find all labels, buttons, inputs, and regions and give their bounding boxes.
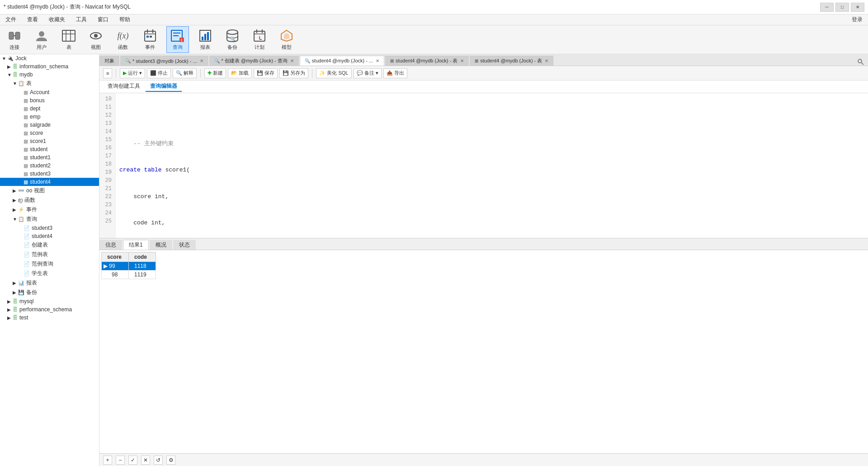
refresh-button[interactable]: ↺ (154, 456, 163, 465)
tab-student4-table2[interactable]: ⊞ student4 @mydb (Jock) - 表 ✕ (470, 56, 553, 66)
menu-file[interactable]: 文件 (4, 15, 18, 24)
toolbar-event[interactable]: 事件 (139, 27, 161, 52)
toolbar-report[interactable]: 报表 (194, 27, 216, 52)
tree-functions-group[interactable]: ▶ f() 函数 (0, 195, 99, 205)
confirm-button[interactable]: ✓ (128, 456, 137, 465)
tree-reports-group[interactable]: ▶ 📊 报表 (0, 278, 99, 288)
close-button[interactable]: ✕ (851, 3, 864, 12)
toolbar-view[interactable]: 视图 (85, 27, 107, 52)
svg-point-9 (94, 34, 98, 38)
tree-query-example-table[interactable]: 📄 范例表 (0, 250, 99, 259)
tree-table-emp[interactable]: ▦ emp (0, 113, 99, 121)
tree-events-group[interactable]: ▶ ⚡ 事件 (0, 205, 99, 214)
config-button[interactable]: ⚙ (166, 456, 175, 465)
tree-table-student2[interactable]: ▦ student2 (0, 162, 99, 170)
tree-table-score[interactable]: ▦ score (0, 129, 99, 137)
tree-table-dept[interactable]: ▦ dept (0, 105, 99, 113)
menu-view[interactable]: 查看 (25, 15, 40, 24)
tree-mydb[interactable]: ▼ 🗄 mydb (0, 71, 99, 79)
tree-table-account[interactable]: ▦ Account (0, 88, 99, 96)
tree-query-student4[interactable]: 📄 student4 (0, 232, 99, 240)
menu-tools[interactable]: 工具 (74, 15, 89, 24)
run-button[interactable]: ▶ 运行 ▾ (120, 68, 145, 78)
schedule-label: 计划 (255, 44, 264, 51)
tab-student4-active[interactable]: 🔍 student4 @mydb (Jock) - ... ✕ (300, 56, 384, 66)
save-label: 保存 (264, 70, 274, 76)
tree-root-jock[interactable]: ▼ 🔌 Jock (0, 54, 99, 62)
tree-query-create-table[interactable]: 📄 创建表 (0, 240, 99, 250)
beautify-button[interactable]: ✨ 美化 SQL (316, 68, 351, 78)
toolbar-query[interactable]: ! 查询 (166, 26, 189, 53)
tree-views-group[interactable]: ▶ 👓 oo 视图 (0, 186, 99, 195)
tree-query-student3[interactable]: 📄 student3 (0, 224, 99, 232)
tree-table-score1[interactable]: ▦ score1 (0, 137, 99, 145)
tab-s4t1-close[interactable]: ✕ (460, 58, 464, 63)
tab-student4-table1[interactable]: ⊞ student4 @mydb (Jock) - 表 ✕ (385, 56, 469, 66)
tree-information-schema[interactable]: ▶ 🗄 information_schema (0, 62, 99, 71)
menu-favorites[interactable]: 收藏夹 (47, 15, 67, 24)
tab-student3-close[interactable]: ✕ (200, 58, 203, 63)
toolbar-function[interactable]: f(x) 函数 (112, 27, 134, 52)
sub-tab-query-editor[interactable]: 查询编辑器 (146, 81, 182, 92)
tree-query-example-query[interactable]: 📄 范例查询 (0, 259, 99, 269)
result-tab-status[interactable]: 状态 (173, 240, 196, 250)
result-tab-result1[interactable]: 结果1 (123, 240, 149, 250)
tab-student3[interactable]: 🔍 * student3 @mydb (Jock) - ... ✕ (120, 56, 208, 66)
export-button[interactable]: 📤 导出 (383, 68, 407, 78)
new-button[interactable]: ✚ 新建 (204, 68, 226, 78)
save-button[interactable]: 💾 保存 (254, 68, 278, 78)
tree-table-bonus[interactable]: ▦ bonus (0, 96, 99, 105)
tree-tables-group[interactable]: ▼ 📋 表 (0, 79, 99, 88)
bottom-toolbar: + − ✓ ✕ ↺ ⚙ (99, 453, 868, 466)
result-tab-profile[interactable]: 概况 (150, 240, 172, 250)
maximize-button[interactable]: □ (835, 3, 849, 12)
tree-performance-schema[interactable]: ▶ 🗄 performance_schema (0, 305, 99, 314)
menu-help[interactable]: 帮助 (118, 15, 132, 24)
result-tab-info[interactable]: 信息 (99, 240, 122, 250)
tab-objects[interactable]: 对象 (99, 56, 119, 66)
svg-text:!: ! (181, 38, 182, 43)
explain-button[interactable]: 🔍 解释 (173, 68, 197, 78)
login-button[interactable]: 登录 (850, 15, 864, 24)
cancel-edit-button[interactable]: ✕ (141, 456, 150, 465)
tree-queries-group[interactable]: ▼ 📋 查询 (0, 214, 99, 224)
tab-create-table[interactable]: 🔍 * 创建表 @mydb (Jock) - 查询 ✕ (209, 56, 299, 66)
tab-query-icon: 🔍 (125, 58, 131, 63)
stop-button[interactable]: ⬛ 停止 (147, 68, 171, 78)
toolbar-backup[interactable]: 🔍 备份 (222, 27, 243, 52)
table-row[interactable]: ▶ 99 1118 (102, 262, 156, 271)
tree-table-student[interactable]: ▦ student (0, 145, 99, 153)
comment-button[interactable]: 💬 备注 ▾ (354, 68, 382, 78)
remove-row-button[interactable]: − (116, 456, 125, 465)
beautify-icon: ✨ (319, 70, 326, 76)
tab-ct-close[interactable]: ✕ (290, 58, 294, 63)
tree-table-salgrade[interactable]: ▦ salgrade (0, 121, 99, 129)
load-button[interactable]: 📂 加载 (228, 68, 252, 78)
tree-mysql[interactable]: ▶ 🗄 mysql (0, 297, 99, 305)
tree-table-student3[interactable]: ▦ student3 (0, 170, 99, 178)
toolbar-schedule[interactable]: 计划 (249, 27, 270, 52)
tab-search[interactable] (854, 58, 868, 66)
sub-tab-query-builder[interactable]: 查询创建工具 (103, 81, 145, 92)
minimize-button[interactable]: ─ (820, 3, 834, 12)
toolbar-table[interactable]: 表 (58, 27, 80, 52)
table-row[interactable]: 98 1119 (102, 271, 156, 279)
export-label: 导出 (394, 70, 404, 76)
toolbar-model[interactable]: 模型 (276, 27, 297, 52)
tab-s4-close[interactable]: ✕ (376, 58, 379, 63)
tree-test[interactable]: ▶ 🗄 test (0, 314, 99, 322)
tree-student1-label: student1 (30, 154, 51, 161)
toolbar-user[interactable]: 用户 (31, 27, 52, 52)
tree-table-student1[interactable]: ▦ student1 (0, 153, 99, 162)
menu-window[interactable]: 窗口 (96, 15, 110, 24)
tree-table-student4[interactable]: ▦ student4 (0, 178, 99, 186)
tree-query-student-table[interactable]: 📄 学生表 (0, 269, 99, 278)
menu-toggle-button[interactable]: ≡ (103, 68, 112, 78)
add-row-button[interactable]: + (103, 456, 112, 465)
connect-label: 连接 (9, 44, 19, 51)
tree-backups-group[interactable]: ▶ 💾 备份 (0, 288, 99, 297)
tab-s4t2-close[interactable]: ✕ (545, 58, 548, 63)
save-as-button[interactable]: 💾 另存为 (279, 68, 308, 78)
toolbar-connect[interactable]: 连接 (4, 27, 25, 52)
code-editor[interactable]: 1011121314 1516171819 2021222324 25 -- 主… (99, 93, 868, 238)
